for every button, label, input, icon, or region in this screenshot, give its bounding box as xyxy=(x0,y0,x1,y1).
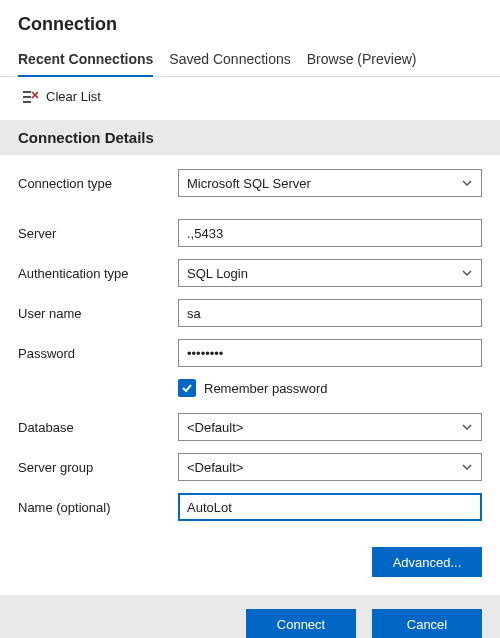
section-connection-details: Connection Details xyxy=(0,120,500,155)
advanced-button[interactable]: Advanced... xyxy=(372,547,482,577)
clear-list-icon xyxy=(22,90,38,104)
label-password: Password xyxy=(18,346,178,361)
label-server-group: Server group xyxy=(18,460,178,475)
input-user-name[interactable] xyxy=(178,299,482,327)
tab-browse-preview[interactable]: Browse (Preview) xyxy=(307,45,417,76)
tabs-bar: Recent Connections Saved Connections Bro… xyxy=(0,45,500,77)
label-remember-password: Remember password xyxy=(204,381,328,396)
select-database-value: <Default> xyxy=(187,420,243,435)
checkbox-remember-password[interactable] xyxy=(178,379,196,397)
label-user-name: User name xyxy=(18,306,178,321)
dialog-footer: Connect Cancel xyxy=(0,595,500,638)
select-connection-type[interactable]: Microsoft SQL Server xyxy=(178,169,482,197)
tab-saved-connections[interactable]: Saved Connections xyxy=(169,45,290,76)
chevron-down-icon xyxy=(461,461,473,473)
select-connection-type-value: Microsoft SQL Server xyxy=(187,176,311,191)
input-name-optional[interactable] xyxy=(178,493,482,521)
select-auth-type[interactable]: SQL Login xyxy=(178,259,482,287)
input-password[interactable] xyxy=(178,339,482,367)
select-server-group[interactable]: <Default> xyxy=(178,453,482,481)
tab-recent-connections[interactable]: Recent Connections xyxy=(18,45,153,77)
select-server-group-value: <Default> xyxy=(187,460,243,475)
chevron-down-icon xyxy=(461,177,473,189)
cancel-button[interactable]: Cancel xyxy=(372,609,482,638)
chevron-down-icon xyxy=(461,267,473,279)
label-name-optional: Name (optional) xyxy=(18,500,178,515)
select-auth-type-value: SQL Login xyxy=(187,266,248,281)
label-database: Database xyxy=(18,420,178,435)
clear-list-button[interactable]: Clear List xyxy=(0,77,500,120)
connection-form: Connection type Microsoft SQL Server Ser… xyxy=(0,155,500,543)
chevron-down-icon xyxy=(461,421,473,433)
label-server: Server xyxy=(18,226,178,241)
connect-button[interactable]: Connect xyxy=(246,609,356,638)
clear-list-label: Clear List xyxy=(46,89,101,104)
input-server[interactable] xyxy=(178,219,482,247)
select-database[interactable]: <Default> xyxy=(178,413,482,441)
label-auth-type: Authentication type xyxy=(18,266,178,281)
label-connection-type: Connection type xyxy=(18,176,178,191)
check-icon xyxy=(180,381,194,395)
dialog-title: Connection xyxy=(0,0,500,45)
